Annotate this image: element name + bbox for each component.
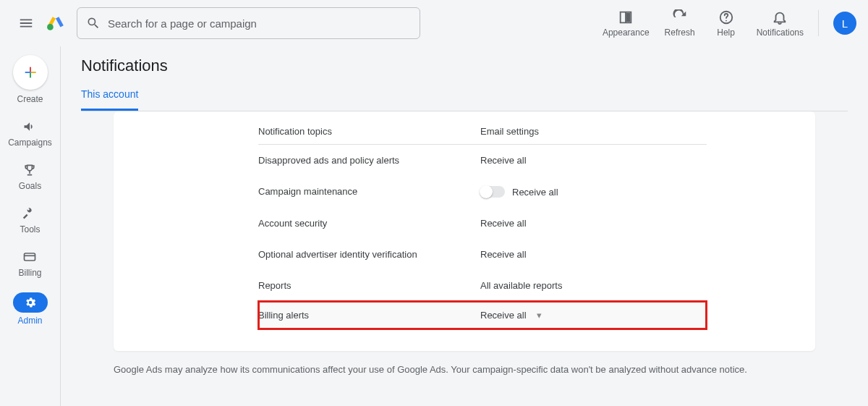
svg-rect-4 (25, 253, 35, 261)
topic-label: Optional advertiser identity verificatio… (258, 249, 480, 260)
google-ads-logo (46, 14, 65, 33)
card-icon (22, 250, 37, 264)
nav-admin[interactable]: Admin (13, 292, 48, 326)
notifications-label: Notifications (757, 28, 804, 38)
plus-icon (22, 64, 38, 80)
row-identity-verification[interactable]: Optional advertiser identity verificatio… (258, 239, 707, 270)
notifications-card: Notification topics Email settings Disap… (114, 111, 815, 351)
search-input[interactable] (108, 17, 411, 30)
appearance-button[interactable]: Appearance (603, 9, 650, 38)
header-notification-topics: Notification topics (258, 126, 480, 137)
nav-admin-label: Admin (17, 316, 42, 326)
nav-campaigns-label: Campaigns (8, 138, 52, 148)
setting-value: Receive all (480, 310, 527, 321)
maintenance-toggle[interactable] (480, 186, 505, 198)
notifications-button[interactable]: Notifications (757, 9, 804, 38)
menu-icon (18, 15, 34, 31)
help-label: Help (717, 28, 735, 38)
tools-icon (22, 206, 37, 221)
setting-value: Receive all (512, 187, 558, 198)
topic-label: Disapproved ads and policy alerts (258, 155, 480, 166)
divider (818, 10, 819, 36)
topic-label: Reports (258, 280, 480, 291)
setting-value: Receive all (480, 155, 707, 166)
topic-label: Billing alerts (258, 310, 480, 321)
row-reports[interactable]: Reports All available reports (258, 270, 707, 301)
search-box[interactable] (77, 7, 420, 39)
nav-campaigns[interactable]: Campaigns (8, 119, 52, 148)
setting-value: Receive all (480, 218, 707, 229)
create-button[interactable] (13, 55, 48, 90)
billing-alerts-dropdown[interactable]: Receive all ▾ (480, 310, 707, 321)
refresh-label: Refresh (665, 28, 695, 38)
user-avatar[interactable]: L (833, 12, 856, 35)
chevron-down-icon: ▾ (537, 310, 542, 321)
header-email-settings: Email settings (480, 126, 707, 137)
appearance-label: Appearance (603, 28, 650, 38)
create-label: Create (17, 94, 43, 104)
appearance-icon (618, 9, 634, 25)
row-account-security[interactable]: Account security Receive all (258, 208, 707, 239)
nav-tools-label: Tools (20, 224, 40, 234)
refresh-icon (672, 9, 688, 25)
help-icon (718, 9, 734, 25)
page-title: Notifications (81, 56, 848, 75)
trophy-icon (22, 163, 37, 177)
setting-value: Receive all (480, 249, 707, 260)
topic-label: Account security (258, 218, 480, 229)
svg-rect-1 (626, 13, 631, 22)
setting-value: All available reports (480, 280, 707, 291)
svg-point-0 (47, 24, 54, 30)
search-icon (86, 16, 101, 30)
footnote-text: Google Ads may analyze how its communica… (114, 364, 815, 375)
row-disapproved-ads[interactable]: Disapproved ads and policy alerts Receiv… (258, 145, 707, 176)
topic-label: Campaign maintenance (258, 186, 480, 198)
nav-tools[interactable]: Tools (20, 206, 40, 234)
ads-logo-icon (46, 14, 65, 33)
refresh-button[interactable]: Refresh (664, 9, 696, 38)
gear-icon (24, 296, 37, 309)
hamburger-menu-button[interactable] (12, 9, 41, 38)
svg-point-3 (726, 20, 727, 22)
megaphone-icon (22, 119, 37, 134)
nav-billing[interactable]: Billing (18, 249, 41, 278)
help-button[interactable]: Help (710, 9, 742, 38)
tab-this-account[interactable]: This account (81, 88, 138, 111)
nav-goals-label: Goals (19, 181, 41, 191)
nav-goals[interactable]: Goals (19, 162, 41, 191)
bell-icon (772, 9, 788, 25)
row-billing-alerts[interactable]: Billing alerts Receive all ▾ (258, 301, 707, 329)
nav-billing-label: Billing (18, 268, 41, 278)
row-campaign-maintenance[interactable]: Campaign maintenance Receive all (258, 176, 707, 208)
